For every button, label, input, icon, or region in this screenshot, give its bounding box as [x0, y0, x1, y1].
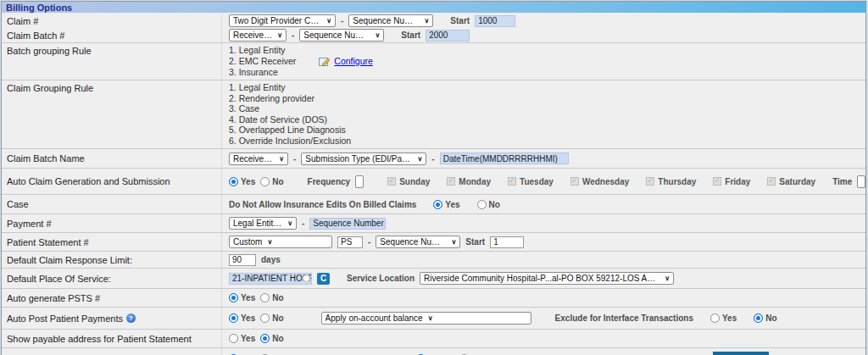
- place-of-service-combo[interactable]: 21-INPATIENT HOSPITAL: [229, 273, 312, 285]
- row-auto-save-era: Auto Save ERA Yes No Enable ERA Auto Pos…: [2, 348, 865, 355]
- payable-address-yes-radio[interactable]: Yes: [229, 334, 255, 343]
- day-friday-checkbox[interactable]: Friday: [713, 177, 750, 186]
- claim-batch-name-label: Claim Batch Name: [2, 149, 222, 168]
- radio-icon: [229, 293, 238, 302]
- claim-grouping-item: 1. Legal Entity: [229, 83, 286, 93]
- day-wednesday-checkbox[interactable]: Wednesday: [570, 177, 629, 186]
- combo-circle-icon: [303, 275, 310, 282]
- exclude-no-radio[interactable]: No: [754, 313, 776, 323]
- radio-icon: [477, 200, 487, 209]
- case-no-radio[interactable]: No: [477, 200, 500, 209]
- claim-batch-part1-select[interactable]: Receiver Id: [229, 29, 287, 42]
- auto-psts-yes-radio[interactable]: Yes: [229, 293, 255, 302]
- row-payment-number: Payment # Legal Entity Id - Sequence Num…: [2, 214, 865, 233]
- checkbox-icon: [447, 177, 455, 186]
- row-auto-generate-psts: Auto generate PSTS # Yes No: [2, 289, 865, 308]
- time-select[interactable]: 4:00 AM: [857, 175, 865, 188]
- place-of-service-c-button[interactable]: C: [317, 273, 330, 285]
- row-claim-batch-number: Claim Batch # Receiver Id - Sequence Num…: [2, 28, 865, 43]
- radio-icon: [229, 313, 238, 323]
- auto-post-no-radio[interactable]: No: [260, 313, 283, 323]
- claim-batch-number-label: Claim Batch #: [2, 28, 222, 42]
- auto-claim-yes-radio[interactable]: Yes: [229, 177, 255, 186]
- era-configure-button[interactable]: Configure: [713, 352, 769, 355]
- time-label: Time: [832, 177, 852, 186]
- claim-grouping-label: Claim Grouping Rule: [2, 80, 222, 148]
- help-icon[interactable]: [126, 313, 136, 323]
- patient-statement-start-input[interactable]: 1: [490, 236, 524, 248]
- row-claim-response-limit: Default Claim Response Limit: 90 days: [2, 252, 865, 269]
- row-show-payable-address: Show payable address for Patient Stateme…: [2, 330, 865, 348]
- configure-edit-icon[interactable]: [319, 57, 330, 67]
- day-sunday-checkbox[interactable]: Sunday: [387, 177, 430, 186]
- claim-number-part1-select[interactable]: Two Digit Provider Code: [229, 14, 336, 27]
- place-of-service-label: Default Place Of Service:: [2, 269, 222, 288]
- checkbox-icon: [646, 177, 654, 186]
- dash-separator: -: [368, 237, 370, 247]
- configure-link[interactable]: Configure: [334, 57, 373, 67]
- radio-icon: [260, 313, 270, 323]
- auto-claim-label: Auto Claim Generation and Submission: [2, 169, 222, 194]
- row-claim-batch-name: Claim Batch Name Receiver Id - Submissio…: [2, 149, 865, 169]
- checkbox-icon: [387, 177, 396, 186]
- billing-options-panel: Billing Options Claim # Two Digit Provid…: [1, 1, 866, 355]
- radio-icon: [229, 177, 238, 186]
- claim-grouping-item: 2. Rendering provider: [229, 94, 314, 104]
- day-saturday-checkbox[interactable]: Saturday: [767, 177, 815, 186]
- place-of-service-input[interactable]: 21-INPATIENT HOSPITAL: [229, 273, 312, 285]
- dash-separator: -: [341, 16, 343, 25]
- dash-separator: -: [292, 31, 294, 40]
- checkbox-icon: [570, 177, 579, 186]
- claim-start-label: Start: [450, 16, 470, 25]
- batch-grouping-item: 2. EMC Receiver Configure: [229, 57, 373, 67]
- balance-option-select[interactable]: Apply on-account balance: [321, 312, 531, 324]
- patient-statement-start-label: Start: [465, 237, 485, 247]
- auto-claim-no-radio[interactable]: No: [260, 177, 283, 186]
- radio-icon: [260, 334, 270, 343]
- claim-start-input[interactable]: 1000: [475, 15, 515, 27]
- checkbox-icon: [767, 177, 776, 186]
- claim-number-label: Claim #: [2, 14, 222, 28]
- batch-name-datetime-input[interactable]: DateTime(MMDDRRRRHHMI): [440, 153, 569, 164]
- auto-psts-no-radio[interactable]: No: [260, 293, 283, 302]
- row-default-place-of-service: Default Place Of Service: 21-INPATIENT H…: [2, 269, 865, 289]
- patient-statement-seq-select[interactable]: Sequence Number: [376, 236, 460, 248]
- dash-separator: -: [302, 219, 304, 228]
- dash-separator: -: [431, 154, 434, 164]
- service-location-select[interactable]: Riverside Community Hospital-P...al-PO B…: [420, 272, 674, 285]
- day-thursday-checkbox[interactable]: Thursday: [646, 177, 696, 186]
- auto-generate-psts-label: Auto generate PSTS #: [2, 289, 222, 307]
- patient-statement-type-select[interactable]: Custom: [229, 236, 332, 248]
- row-batch-grouping-rule: Batch grouping Rule 1. Legal Entity 2. E…: [2, 43, 865, 80]
- auto-post-yes-radio[interactable]: Yes: [229, 313, 255, 323]
- batch-grouping-label: Batch grouping Rule: [2, 43, 222, 80]
- radio-icon: [260, 177, 270, 186]
- frequency-select[interactable]: Daily: [355, 175, 364, 188]
- payable-address-no-radio[interactable]: No: [260, 334, 283, 343]
- patient-statement-prefix-input[interactable]: PS: [337, 236, 363, 248]
- row-auto-claim-generation: Auto Claim Generation and Submission Yes…: [2, 169, 865, 195]
- row-case: Case Do Not Allow Insurance Edits On Bil…: [2, 195, 865, 214]
- auto-save-era-label: Auto Save ERA: [2, 348, 222, 355]
- claim-batch-start-label: Start: [401, 31, 420, 40]
- payment-part1-select[interactable]: Legal Entity Id: [229, 217, 297, 230]
- claim-grouping-item: 4. Date of Service (DOS): [229, 115, 327, 125]
- payment-part2-input[interactable]: Sequence Number: [309, 218, 386, 230]
- payment-number-label: Payment #: [2, 214, 222, 232]
- case-yes-radio[interactable]: Yes: [433, 200, 459, 209]
- exclude-yes-radio[interactable]: Yes: [710, 313, 737, 323]
- radio-icon: [260, 293, 270, 302]
- service-location-label: Service Location: [347, 274, 415, 283]
- radio-icon: [229, 334, 238, 343]
- row-auto-post-patient-payments: Auto Post Patient Payments Yes No Apply …: [2, 308, 865, 330]
- batch-name-part1-select[interactable]: Receiver Id: [229, 153, 288, 165]
- claim-response-days-input[interactable]: 90: [229, 254, 256, 266]
- claim-number-part2-select[interactable]: Sequence Number: [348, 14, 433, 27]
- claim-batch-start-input[interactable]: 2000: [426, 30, 470, 42]
- case-question-label: Do Not Allow Insurance Edits On Billed C…: [229, 200, 416, 209]
- day-monday-checkbox[interactable]: Monday: [447, 177, 491, 186]
- exclude-interface-label: Exclude for Interface Transactions: [555, 313, 693, 323]
- day-tuesday-checkbox[interactable]: Tuesday: [508, 177, 554, 186]
- batch-name-part2-select[interactable]: Submission Type (EDI/Paper): [301, 153, 426, 165]
- claim-batch-part2-select[interactable]: Sequence Number: [299, 29, 384, 42]
